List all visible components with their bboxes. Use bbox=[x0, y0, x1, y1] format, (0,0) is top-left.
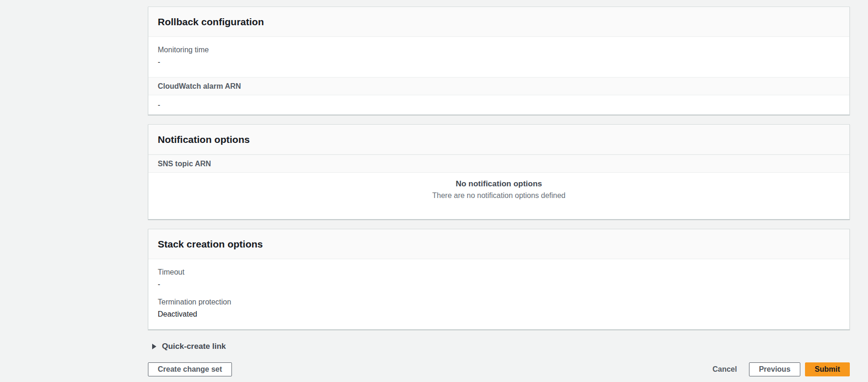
wizard-footer: Create change set Cancel Previous Submit bbox=[148, 362, 850, 376]
monitoring-time-value: - bbox=[158, 57, 840, 67]
empty-state-description: There are no notification options define… bbox=[148, 191, 849, 200]
timeout-value: - bbox=[158, 280, 840, 289]
monitoring-time-label: Monitoring time bbox=[158, 45, 840, 54]
stack-creation-options-panel: Stack creation options Timeout - Termina… bbox=[148, 229, 850, 330]
previous-button[interactable]: Previous bbox=[749, 362, 800, 376]
cloudwatch-alarm-arn-header: CloudWatch alarm ARN bbox=[148, 77, 849, 95]
notification-options-panel: Notification options SNS topic ARN No no… bbox=[148, 124, 850, 219]
timeout-label: Timeout bbox=[158, 268, 840, 276]
rollback-configuration-title: Rollback configuration bbox=[158, 16, 840, 28]
quick-create-link-label: Quick-create link bbox=[162, 342, 226, 351]
rollback-configuration-panel: Rollback configuration Monitoring time -… bbox=[148, 7, 850, 115]
termination-protection-value: Deactivated bbox=[158, 310, 840, 319]
panel-header: Stack creation options bbox=[148, 229, 849, 259]
caret-right-icon bbox=[152, 343, 157, 350]
timeout-field: Timeout - bbox=[158, 268, 840, 289]
monitoring-time-field: Monitoring time - bbox=[158, 45, 840, 67]
submit-button[interactable]: Submit bbox=[805, 362, 850, 376]
notification-options-title: Notification options bbox=[158, 134, 840, 145]
wizard-actions: Cancel Previous Submit bbox=[705, 362, 850, 376]
review-step-content: Rollback configuration Monitoring time -… bbox=[148, 7, 850, 376]
rollback-fields: Monitoring time - bbox=[148, 37, 849, 77]
empty-state-title: No notification options bbox=[148, 179, 849, 189]
panel-header: Rollback configuration bbox=[148, 7, 849, 37]
sns-topic-arn-header: SNS topic ARN bbox=[148, 155, 849, 173]
quick-create-link-expander[interactable]: Quick-create link bbox=[152, 342, 226, 351]
cancel-button[interactable]: Cancel bbox=[705, 362, 744, 376]
termination-protection-label: Termination protection bbox=[158, 297, 840, 306]
panel-header: Notification options bbox=[148, 125, 849, 155]
stack-creation-fields: Timeout - Termination protection Deactiv… bbox=[148, 259, 849, 329]
termination-protection-field: Termination protection Deactivated bbox=[158, 297, 840, 319]
cloudwatch-alarm-arn-value: - bbox=[148, 95, 849, 114]
stack-creation-options-title: Stack creation options bbox=[158, 238, 840, 250]
notification-empty-state: No notification options There are no not… bbox=[148, 173, 849, 219]
create-change-set-button[interactable]: Create change set bbox=[148, 362, 232, 376]
